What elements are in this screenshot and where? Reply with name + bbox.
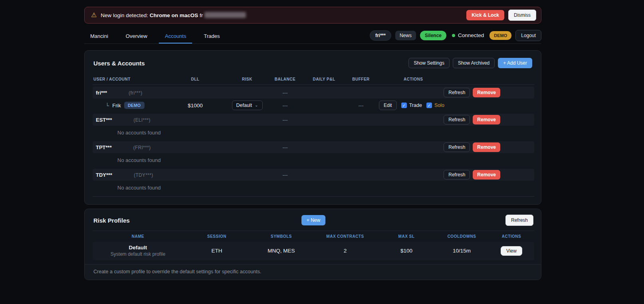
users-card-title: Users & Accounts <box>93 60 145 67</box>
user-name-cell: TDY*** (TDY***) <box>93 172 229 178</box>
user-name: EST*** <box>96 117 112 123</box>
user-alias: (ELI***) <box>133 117 150 123</box>
connection-status-label: Connected <box>458 32 484 38</box>
demo-mode-badge: DEMO <box>489 31 511 40</box>
risk-table: NAME SESSION SYMBOLS MAX CONTRACTS MAX S… <box>85 231 541 260</box>
users-table-header-row: USER / ACCOUNT DLL RISK BALANCE DAILY P&… <box>93 72 534 85</box>
risk-table-header-row: NAME SESSION SYMBOLS MAX CONTRACTS MAX S… <box>93 231 534 242</box>
tab-overview[interactable]: Overview <box>120 30 153 43</box>
show-archived-button[interactable]: Show Archived <box>453 58 495 68</box>
account-row: └ Frik DEMO $1000 Default ⌄ --- --- Edit <box>93 99 534 112</box>
user-row-actions: Refresh Remove <box>379 88 534 97</box>
main-nav: Mancini Overview Accounts Trades fri*** … <box>84 30 541 44</box>
banner-message-device: Chrome on macOS <box>150 12 198 18</box>
users-card-actions: Show Settings Show Archived + Add User <box>408 58 532 68</box>
user-name-cell: EST*** (ELI***) <box>93 117 229 123</box>
kick-and-lock-button[interactable]: Kick & Lock <box>466 10 504 20</box>
redacted-text-block <box>204 12 246 18</box>
user-name: TPT*** <box>96 144 112 150</box>
risk-select[interactable]: Default ⌄ <box>232 101 263 110</box>
user-row-actions: Refresh Remove <box>379 142 534 152</box>
profile-name-cell: Default System default risk profile <box>93 245 183 257</box>
remove-button[interactable]: Remove <box>473 115 500 124</box>
trade-checkbox[interactable]: ✓ Trade <box>401 103 422 108</box>
risk-profile-row: Default System default risk profile ETH … <box>93 242 534 260</box>
nav-tabs: Mancini Overview Accounts Trades <box>84 30 231 43</box>
col-actions: ACTIONS <box>489 234 534 239</box>
user-row: fri*** (fri***) --- Refresh Remove <box>93 87 534 99</box>
user-alias: (TDY***) <box>134 172 153 178</box>
show-settings-button[interactable]: Show Settings <box>408 58 450 68</box>
col-dll: DLL <box>161 77 229 81</box>
page-container: ⚠ New login detected: Chrome on macOS fr… <box>84 7 541 280</box>
user-balance: --- <box>265 117 305 123</box>
user-alias: (fri***) <box>129 90 142 96</box>
banner-message-prefix: New login detected: <box>101 12 148 18</box>
user-alias: (FRI***) <box>133 145 151 150</box>
account-name-cell: └ Frik DEMO <box>93 102 161 109</box>
users-table: USER / ACCOUNT DLL RISK BALANCE DAILY P&… <box>85 72 541 204</box>
add-user-button[interactable]: + Add User <box>498 58 532 68</box>
checkbox-checked-icon: ✓ <box>426 103 432 108</box>
col-risk: RISK <box>229 77 265 81</box>
risk-refresh-button[interactable]: Refresh <box>505 215 533 226</box>
users-accounts-card: Users & Accounts Show Settings Show Arch… <box>84 50 541 205</box>
silence-button[interactable]: Silence <box>420 31 446 40</box>
no-accounts-message: No accounts found <box>93 153 534 167</box>
refresh-button[interactable]: Refresh <box>444 170 470 180</box>
account-controls: Edit ✓ Trade ✓ Solo <box>379 101 534 110</box>
profile-name: Default <box>93 245 183 251</box>
risk-head-right: Refresh <box>505 215 533 226</box>
banner-message: New login detected: Chrome on macOS fr <box>101 12 246 18</box>
risk-profiles-card: Risk Profiles + New Refresh NAME SESSION… <box>84 209 541 280</box>
col-max-contracts: MAX CONTRACTS <box>312 234 378 239</box>
user-name: TDY*** <box>96 172 112 178</box>
risk-select-wrap: Default ⌄ <box>229 101 265 110</box>
new-profile-button[interactable]: + New <box>301 215 325 225</box>
refresh-button[interactable]: Refresh <box>444 142 470 152</box>
risk-card-header: Risk Profiles + New Refresh <box>85 209 541 231</box>
refresh-button[interactable]: Refresh <box>444 88 470 97</box>
checkbox-checked-icon: ✓ <box>401 103 407 108</box>
news-button[interactable]: News <box>395 31 416 40</box>
tab-accounts[interactable]: Accounts <box>159 30 192 43</box>
user-row: TPT*** (FRI***) --- Refresh Remove <box>93 141 534 153</box>
tree-branch-icon: └ <box>105 103 109 109</box>
col-buffer: BUFFER <box>343 77 379 81</box>
banner-message-suffix: fr <box>200 12 203 18</box>
user-row-actions: Refresh Remove <box>379 170 534 180</box>
tab-trades[interactable]: Trades <box>198 30 226 43</box>
logout-button[interactable]: Logout <box>515 30 541 41</box>
user-balance: --- <box>265 144 305 150</box>
col-daily-pl: DAILY P&L <box>305 77 343 81</box>
user-row: EST*** (ELI***) --- Refresh Remove <box>93 114 534 126</box>
col-balance: BALANCE <box>265 77 305 81</box>
view-button[interactable]: View <box>501 246 522 256</box>
remove-button[interactable]: Remove <box>473 88 500 97</box>
edit-button[interactable]: Edit <box>379 101 397 110</box>
solo-checkbox[interactable]: ✓ Solo <box>426 103 444 108</box>
account-balance: --- <box>265 103 305 109</box>
risk-footer-note: Create a custom profile to override the … <box>85 264 541 280</box>
col-symbols: SYMBOLS <box>250 234 312 239</box>
dismiss-button[interactable]: Dismiss <box>508 10 536 21</box>
user-name-cell: fri*** (fri***) <box>93 90 229 96</box>
trade-checkbox-label: Trade <box>409 103 422 108</box>
warning-icon: ⚠ <box>91 12 97 18</box>
tab-mancini[interactable]: Mancini <box>84 30 114 43</box>
nav-right-cluster: fri*** News Silence Connected DEMO Logou… <box>370 30 541 43</box>
no-accounts-message: No accounts found <box>93 181 534 195</box>
profile-description: System default risk profile <box>93 251 183 257</box>
col-user-account: USER / ACCOUNT <box>93 77 161 81</box>
user-row: TDY*** (TDY***) --- Refresh Remove <box>93 169 534 181</box>
account-demo-badge: DEMO <box>124 102 145 109</box>
refresh-button[interactable]: Refresh <box>444 115 470 124</box>
current-user-pill[interactable]: fri*** <box>370 30 391 41</box>
col-name: NAME <box>93 234 183 239</box>
remove-button[interactable]: Remove <box>473 170 500 180</box>
account-name: Frik <box>112 103 121 109</box>
connected-dot-icon <box>452 34 455 37</box>
remove-button[interactable]: Remove <box>473 142 500 152</box>
col-cooldowns: COOLDOWNS <box>435 234 489 239</box>
col-max-sl: MAX SL <box>378 234 435 239</box>
